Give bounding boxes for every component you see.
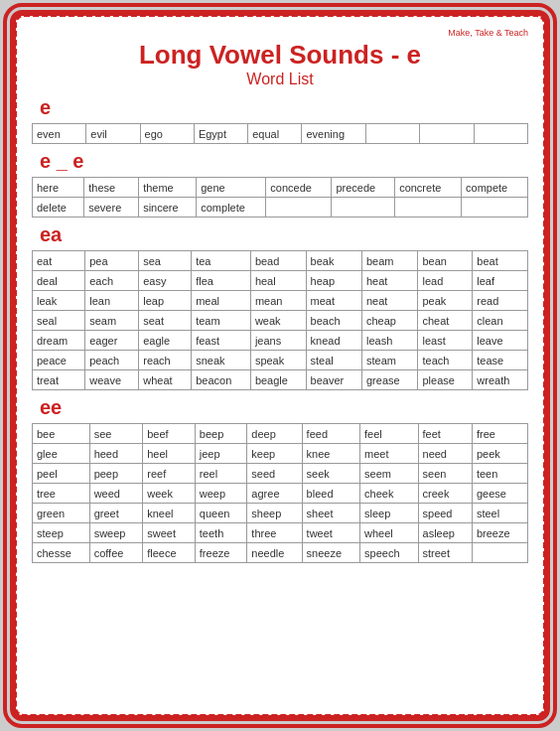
table-cell: glee bbox=[33, 444, 90, 464]
table-cell: leash bbox=[362, 331, 418, 351]
table-cell: steel bbox=[472, 504, 527, 523]
table-cell: seen bbox=[418, 464, 472, 484]
table-cell: even bbox=[33, 124, 86, 144]
table-cell: eager bbox=[85, 331, 139, 351]
sub-title: Word List bbox=[32, 71, 528, 88]
table-cell: flea bbox=[192, 271, 251, 291]
table-cell: greet bbox=[89, 504, 143, 523]
section-label-0: e bbox=[40, 96, 528, 119]
brand-label: Make, Take & Teach bbox=[32, 28, 528, 38]
table-cell: sheet bbox=[302, 504, 359, 523]
table-cell: seed bbox=[247, 464, 302, 484]
table-cell: evening bbox=[302, 124, 366, 144]
table-cell: peep bbox=[89, 464, 143, 484]
table-cell: breeze bbox=[472, 523, 527, 543]
table-cell: peace bbox=[33, 351, 85, 370]
table-cell: agree bbox=[247, 484, 302, 504]
table-cell: seal bbox=[33, 311, 85, 331]
table-cell: beat bbox=[473, 251, 528, 271]
table-row: leakleanleapmealmeanmeatneatpeakread bbox=[33, 291, 528, 311]
table-cell: see bbox=[89, 424, 143, 444]
table-cell bbox=[472, 543, 527, 563]
table-cell: clean bbox=[473, 311, 528, 331]
table-cell: speed bbox=[418, 504, 472, 523]
table-cell: keep bbox=[247, 444, 302, 464]
table-cell bbox=[474, 124, 527, 144]
table-row: dreameagereaglefeastjeanskneadleashleast… bbox=[33, 331, 528, 351]
table-cell: cheek bbox=[360, 484, 418, 504]
table-cell: please bbox=[418, 370, 473, 390]
table-row: treeweedweekweepagreebleedcheekcreekgees… bbox=[33, 484, 528, 504]
table-cell: concede bbox=[266, 178, 332, 198]
table-cell bbox=[266, 198, 332, 218]
table-cell: kneel bbox=[143, 504, 196, 523]
table-cell: feel bbox=[360, 424, 418, 444]
table-cell: compete bbox=[462, 178, 528, 198]
table-cell: weep bbox=[195, 484, 247, 504]
table-cell: reach bbox=[139, 351, 192, 370]
section-table-2: eatpeaseateabeadbeakbeambeanbeatdealeach… bbox=[32, 250, 528, 390]
table-cell: sweet bbox=[143, 523, 196, 543]
table-cell: deep bbox=[247, 424, 302, 444]
table-row: sealseamseatteamweakbeachcheapcheatclean bbox=[33, 311, 528, 331]
table-cell: complete bbox=[197, 198, 266, 218]
table-cell: wreath bbox=[473, 370, 528, 390]
table-cell: gene bbox=[197, 178, 266, 198]
table-cell: peek bbox=[472, 444, 527, 464]
section-label-3: ee bbox=[40, 396, 528, 419]
table-row: peacepeachreachsneakspeakstealsteamteach… bbox=[33, 351, 528, 370]
table-cell: treat bbox=[33, 370, 85, 390]
table-cell: beef bbox=[143, 424, 196, 444]
table-cell: beep bbox=[195, 424, 247, 444]
section-label-2: ea bbox=[40, 223, 528, 246]
table-cell: precede bbox=[332, 178, 395, 198]
table-cell: lead bbox=[418, 271, 473, 291]
table-cell: free bbox=[472, 424, 527, 444]
table-cell: here bbox=[33, 178, 84, 198]
table-cell: ego bbox=[140, 124, 194, 144]
table-cell: bead bbox=[250, 251, 306, 271]
table-cell: beach bbox=[306, 311, 361, 331]
section-table-1: herethesethemegeneconcedeprecedeconcrete… bbox=[32, 177, 528, 218]
table-cell: reel bbox=[195, 464, 247, 484]
main-title: Long Vowel Sounds - e bbox=[32, 40, 528, 71]
table-cell: read bbox=[473, 291, 528, 311]
table-cell: cheat bbox=[418, 311, 473, 331]
table-cell: beaver bbox=[306, 370, 361, 390]
table-cell: tea bbox=[192, 251, 251, 271]
table-cell: week bbox=[143, 484, 196, 504]
table-cell: seat bbox=[139, 311, 192, 331]
table-cell: leap bbox=[139, 291, 192, 311]
table-cell: eagle bbox=[139, 331, 192, 351]
table-cell: pea bbox=[85, 251, 139, 271]
table-cell: knee bbox=[302, 444, 359, 464]
table-cell: geese bbox=[472, 484, 527, 504]
table-cell: teeth bbox=[195, 523, 247, 543]
table-cell: tree bbox=[33, 484, 90, 504]
table-cell: meat bbox=[306, 291, 361, 311]
table-cell: these bbox=[84, 178, 139, 198]
table-row: chessecoffeefleecefreezeneedlesneezespee… bbox=[33, 543, 528, 563]
table-cell: cheap bbox=[362, 311, 418, 331]
table-cell: jeans bbox=[250, 331, 306, 351]
table-cell: sleep bbox=[360, 504, 418, 523]
table-cell: weave bbox=[85, 370, 139, 390]
table-cell: each bbox=[85, 271, 139, 291]
table-cell: feet bbox=[418, 424, 472, 444]
section-table-3: beeseebeefbeepdeepfeedfeelfeetfreegleehe… bbox=[32, 423, 528, 563]
table-cell: chesse bbox=[33, 543, 90, 563]
table-cell: team bbox=[192, 311, 251, 331]
table-cell: jeep bbox=[195, 444, 247, 464]
table-cell: feed bbox=[302, 424, 359, 444]
table-cell: theme bbox=[139, 178, 197, 198]
table-cell: delete bbox=[33, 198, 84, 218]
table-cell: feast bbox=[192, 331, 251, 351]
table-row: peelpeepreefreelseedseekseemseenteen bbox=[33, 464, 528, 484]
table-cell: severe bbox=[84, 198, 139, 218]
table-cell: steep bbox=[33, 523, 90, 543]
table-cell: tease bbox=[473, 351, 528, 370]
table-cell: peach bbox=[85, 351, 139, 370]
table-cell: bean bbox=[418, 251, 473, 271]
table-cell: equal bbox=[248, 124, 302, 144]
table-cell: steal bbox=[306, 351, 361, 370]
